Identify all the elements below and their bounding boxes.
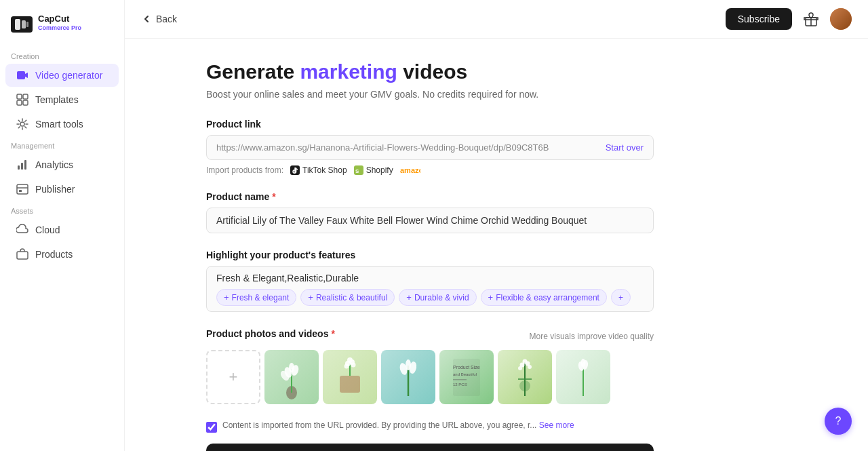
svg-rect-12 xyxy=(17,184,28,194)
consent-checkbox[interactable] xyxy=(206,422,217,433)
product-link-label: Product link xyxy=(206,119,654,130)
sidebar-item-label: Analytics xyxy=(35,159,73,170)
photos-grid: + xyxy=(206,350,654,404)
sidebar-item-label: Cloud xyxy=(35,224,60,235)
url-value: https://www.amazon.sg/Hananona-Artificia… xyxy=(216,142,600,153)
sidebar-item-label: Templates xyxy=(35,94,79,105)
svg-point-30 xyxy=(347,357,353,363)
svg-point-31 xyxy=(344,364,349,368)
import-row: Import products from: TikTok Shop S Shop… xyxy=(206,165,654,175)
svg-point-53 xyxy=(581,359,586,367)
sidebar-item-products[interactable]: Products xyxy=(5,243,119,266)
features-label: Highlight your product's features xyxy=(206,250,654,260)
photos-hint: More visuals improve video quality xyxy=(530,332,654,341)
products-icon xyxy=(16,248,28,260)
svg-point-45 xyxy=(523,359,528,364)
svg-text:Product Size: Product Size xyxy=(453,365,480,370)
help-button[interactable]: ? xyxy=(825,408,852,435)
svg-rect-3 xyxy=(17,71,25,79)
tags-row: + Fresh & elegant + Realistic & beautifu… xyxy=(216,289,644,306)
svg-text:amazon: amazon xyxy=(400,166,420,174)
product-name-section: Product name * xyxy=(206,191,654,233)
tiktok-platform: TikTok Shop xyxy=(290,165,347,175)
svg-text:12 PCS: 12 PCS xyxy=(453,383,467,387)
consent-text: Content is imported from the URL provide… xyxy=(222,420,574,430)
sidebar: CapCutCommerce Pro Creation Video genera… xyxy=(0,0,125,451)
svg-point-32 xyxy=(351,362,356,367)
features-input[interactable] xyxy=(216,273,644,283)
svg-rect-6 xyxy=(17,100,22,105)
photo-thumb-1[interactable] xyxy=(264,350,319,404)
svg-point-47 xyxy=(528,365,532,369)
topbar-right: Subscribe xyxy=(726,8,852,30)
svg-point-49 xyxy=(519,380,530,391)
sidebar-item-analytics[interactable]: Analytics xyxy=(5,153,119,176)
topbar: Back Subscribe xyxy=(125,0,868,39)
photo-thumb-6[interactable] xyxy=(556,350,610,404)
shopify-platform: S Shopify xyxy=(354,165,393,175)
svg-point-8 xyxy=(20,122,24,126)
svg-rect-1 xyxy=(22,20,26,28)
svg-rect-9 xyxy=(18,165,20,170)
analytics-icon xyxy=(16,159,28,171)
see-more-link[interactable]: See more xyxy=(539,420,574,430)
page-title: Generate marketing videos xyxy=(206,60,654,83)
video-generator-icon xyxy=(16,69,28,81)
url-input-wrapper: https://www.amazon.sg/Hananona-Artificia… xyxy=(206,135,654,160)
product-link-section: Product link https://www.amazon.sg/Hanan… xyxy=(206,119,654,175)
svg-rect-0 xyxy=(15,19,20,30)
sidebar-item-templates[interactable]: Templates xyxy=(5,88,119,111)
generate-button[interactable]: Generate xyxy=(206,444,654,451)
logo-icon xyxy=(11,16,33,33)
section-management: Management xyxy=(0,136,124,153)
tag-realistic[interactable]: + Realistic & beautiful xyxy=(300,289,395,306)
sidebar-item-label: Smart tools xyxy=(35,119,83,130)
sidebar-item-cloud[interactable]: Cloud xyxy=(5,218,119,241)
photos-section: Product photos and videos * More visuals… xyxy=(206,328,654,404)
tag-flexible[interactable]: + Flexible & easy arrangement xyxy=(481,289,607,306)
product-name-input[interactable] xyxy=(206,208,654,233)
photos-header: Product photos and videos * More visuals… xyxy=(206,328,654,345)
svg-rect-26 xyxy=(340,376,360,393)
svg-rect-11 xyxy=(24,160,26,170)
features-section: Highlight your product's features + Fres… xyxy=(206,250,654,312)
photo-thumb-3[interactable] xyxy=(381,350,435,404)
main-content: Back Subscribe Generate marketing videos… xyxy=(125,0,868,451)
sidebar-item-publisher[interactable]: Publisher xyxy=(5,178,119,201)
tag-durable[interactable]: + Durable & vivid xyxy=(399,289,476,306)
photos-label: Product photos and videos * xyxy=(206,328,335,339)
svg-rect-2 xyxy=(26,22,28,27)
svg-rect-7 xyxy=(23,100,28,105)
subscribe-button[interactable]: Subscribe xyxy=(726,8,792,30)
svg-rect-13 xyxy=(19,190,22,192)
back-icon xyxy=(141,14,152,24)
photo-thumb-5[interactable] xyxy=(498,350,552,404)
required-marker: * xyxy=(331,328,334,339)
start-over-link[interactable]: Start over xyxy=(606,142,644,153)
templates-icon xyxy=(16,94,28,106)
photo-thumb-4[interactable]: Product Sizeand Beautiful12 PCS xyxy=(439,350,494,404)
svg-rect-40 xyxy=(453,379,467,380)
sidebar-item-label: Products xyxy=(35,249,73,260)
consent-row: Content is imported from the URL provide… xyxy=(206,420,654,433)
svg-rect-10 xyxy=(21,163,23,170)
svg-rect-5 xyxy=(23,94,28,99)
required-marker: * xyxy=(272,191,275,202)
back-button[interactable]: Back xyxy=(141,14,177,24)
svg-point-24 xyxy=(289,363,294,372)
tag-fresh[interactable]: + Fresh & elegant xyxy=(216,289,296,306)
photo-thumb-2[interactable] xyxy=(323,350,377,404)
logo: CapCutCommerce Pro xyxy=(0,8,124,47)
section-assets: Assets xyxy=(0,201,124,218)
add-photo-button[interactable]: + xyxy=(206,350,260,404)
sidebar-item-smart-tools[interactable]: Smart tools xyxy=(5,113,119,136)
avatar[interactable] xyxy=(830,8,852,30)
svg-rect-4 xyxy=(17,94,22,99)
logo-text: CapCutCommerce Pro xyxy=(38,14,81,36)
product-name-label: Product name * xyxy=(206,191,654,202)
tag-more[interactable]: + xyxy=(611,289,631,306)
amazon-platform: amazon xyxy=(400,165,420,175)
sidebar-item-video-generator[interactable]: Video generator xyxy=(5,64,119,87)
gift-icon[interactable] xyxy=(800,8,822,30)
section-creation: Creation xyxy=(0,47,124,63)
